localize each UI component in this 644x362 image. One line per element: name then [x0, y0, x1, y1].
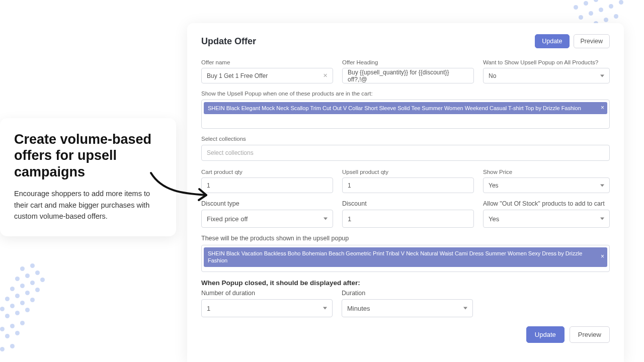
preview-button[interactable]: Preview	[570, 326, 610, 343]
clear-icon[interactable]: ✕	[323, 72, 328, 79]
upsell-qty-value: 1	[348, 182, 351, 189]
discount-value: 1	[348, 215, 351, 223]
product-tag-label: SHEIN Black Vacation Backless Boho Bohem…	[208, 250, 582, 263]
cart-qty-value: 1	[207, 182, 210, 189]
callout-body: Encourage shoppers to add more items to …	[14, 188, 162, 222]
product-tag: SHEIN Black Elegant Mock Neck Scallop Tr…	[204, 102, 607, 114]
discount-type-select[interactable]: Fixed price off	[201, 210, 333, 228]
duration-select[interactable]: Minutes	[342, 299, 473, 317]
offer-name-input[interactable]: Buy 1 Get 1 Free Offer ✕	[201, 68, 333, 83]
show-price-value: Yes	[489, 182, 499, 189]
discount-input[interactable]: 1	[342, 210, 474, 228]
decorative-dots-bottom-left	[0, 266, 75, 362]
num-duration-select[interactable]: 1	[201, 299, 333, 317]
offer-heading-value: Buy {{upsell_quantity}} for {{discount}}…	[348, 69, 468, 83]
discount-type-value: Fixed price off	[207, 215, 248, 223]
upsell-qty-input[interactable]: 1	[342, 177, 474, 193]
offer-heading-label: Offer Heading	[342, 59, 474, 65]
duration-value: Minutes	[347, 305, 370, 312]
show-price-select[interactable]: Yes	[483, 177, 610, 193]
show-all-select[interactable]: No	[483, 68, 610, 83]
redisplay-heading: When Popup closed, it should be displaye…	[201, 279, 610, 287]
callout-title: Create volume-based offers for upsell ca…	[14, 131, 162, 180]
show-all-label: Want to Show Upsell Popup on All Product…	[483, 59, 610, 65]
update-button[interactable]: Update	[535, 34, 569, 48]
preview-button[interactable]: Preview	[574, 34, 610, 48]
trigger-products-tagbox[interactable]: SHEIN Black Elegant Mock Neck Scallop Tr…	[201, 100, 610, 129]
update-offer-panel: Update Offer Update Preview Offer name B…	[187, 23, 624, 362]
discount-type-label: Discount type	[201, 200, 333, 207]
offer-name-value: Buy 1 Get 1 Free Offer	[207, 72, 268, 79]
cart-qty-input[interactable]: 1	[201, 177, 333, 193]
select-collections-input[interactable]: Select collections	[201, 145, 610, 161]
tag-remove-icon[interactable]: ×	[601, 104, 604, 112]
offer-heading-input[interactable]: Buy {{upsell_quantity}} for {{discount}}…	[342, 68, 474, 83]
update-button[interactable]: Update	[526, 326, 565, 343]
num-duration-value: 1	[207, 305, 210, 312]
popup-products-tagbox[interactable]: SHEIN Black Vacation Backless Boho Bohem…	[201, 245, 610, 272]
popup-products-hint: These will be the products shown in the …	[201, 235, 610, 242]
oos-value: Yes	[489, 215, 499, 223]
page-title: Update Offer	[201, 36, 256, 47]
oos-label: Allow "Out Of Stock" products to add to …	[483, 200, 610, 207]
product-tag-label: SHEIN Black Elegant Mock Neck Scallop Tr…	[208, 105, 581, 111]
duration-label: Duration	[342, 290, 473, 297]
select-collections-placeholder: Select collections	[207, 149, 254, 156]
callout-card: Create volume-based offers for upsell ca…	[0, 118, 176, 236]
upsell-qty-label: Upsell product qty	[342, 169, 474, 175]
discount-label: Discount	[342, 200, 474, 207]
cart-qty-label: Cart product qty	[201, 169, 333, 175]
tag-remove-icon[interactable]: ×	[601, 253, 604, 261]
show-all-value: No	[489, 72, 496, 79]
offer-name-label: Offer name	[201, 59, 333, 65]
show-price-label: Show Price	[483, 169, 610, 175]
select-collections-label: Select collections	[201, 136, 610, 142]
trigger-products-hint: Show the Upsell Popup when one of these …	[201, 90, 610, 97]
product-tag: SHEIN Black Vacation Backless Boho Bohem…	[204, 247, 607, 267]
num-duration-label: Number of duration	[201, 290, 333, 297]
oos-select[interactable]: Yes	[483, 210, 610, 228]
